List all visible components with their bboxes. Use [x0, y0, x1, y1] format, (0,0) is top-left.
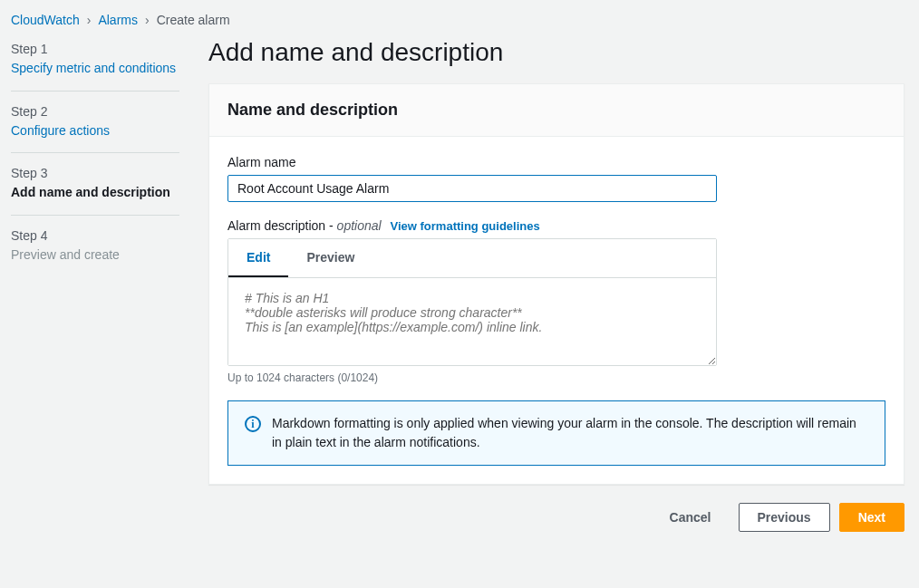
panel-title: Name and description [227, 101, 885, 120]
alarm-name-group: Alarm name [227, 155, 885, 202]
info-text: Markdown formatting is only applied when… [272, 414, 868, 452]
next-button[interactable]: Next [839, 503, 904, 532]
editor-tabs: Edit Preview [228, 239, 716, 278]
cancel-button[interactable]: Cancel [652, 503, 730, 532]
alarm-description-label: Alarm description - optional View format… [227, 218, 885, 233]
info-icon: i [245, 416, 261, 432]
optional-text: optional [337, 218, 382, 233]
step-current-name: Add name and description [11, 184, 179, 202]
wizard-footer-actions: Cancel Previous Next [208, 503, 904, 535]
alarm-description-textarea[interactable] [228, 278, 716, 365]
breadcrumb: CloudWatch › Alarms › Create alarm [0, 0, 919, 34]
name-description-panel: Name and description Alarm name Alarm de… [208, 83, 904, 485]
panel-header: Name and description [209, 84, 904, 137]
breadcrumb-cloudwatch[interactable]: CloudWatch [11, 13, 80, 27]
previous-button[interactable]: Previous [739, 503, 830, 532]
alarm-description-group: Alarm description - optional View format… [227, 218, 885, 384]
breadcrumb-alarms[interactable]: Alarms [98, 13, 138, 27]
sidebar-step-2[interactable]: Step 2 Configure actions [11, 101, 179, 154]
tab-edit[interactable]: Edit [228, 239, 288, 277]
step-number: Step 3 [11, 166, 179, 180]
step-number: Step 4 [11, 228, 179, 243]
chevron-right-icon: › [145, 13, 150, 27]
character-count-hint: Up to 1024 characters (0/1024) [227, 371, 885, 384]
sidebar-step-3: Step 3 Add name and description [11, 162, 179, 216]
step-number: Step 2 [11, 104, 179, 119]
formatting-guidelines-link[interactable]: View formatting guidelines [391, 219, 540, 233]
breadcrumb-current: Create alarm [157, 13, 230, 27]
alarm-description-label-text: Alarm description - [227, 218, 337, 233]
description-editor: Edit Preview [227, 238, 717, 366]
sidebar-step-4: Step 4 Preview and create [11, 225, 179, 277]
step-link-actions[interactable]: Configure actions [11, 123, 110, 138]
step-number: Step 1 [11, 42, 179, 56]
tab-preview[interactable]: Preview [288, 239, 372, 277]
wizard-sidebar: Step 1 Specify metric and conditions Ste… [7, 34, 179, 535]
alarm-name-input[interactable] [227, 175, 717, 202]
markdown-info-box: i Markdown formatting is only applied wh… [227, 400, 885, 466]
sidebar-step-1[interactable]: Step 1 Specify metric and conditions [11, 38, 179, 92]
step-disabled-preview: Preview and create [11, 246, 179, 265]
alarm-name-label: Alarm name [227, 155, 885, 169]
step-link-metric[interactable]: Specify metric and conditions [11, 61, 176, 75]
chevron-right-icon: › [87, 13, 92, 27]
page-title: Add name and description [208, 38, 904, 67]
main-content: Add name and description Name and descri… [208, 34, 912, 535]
